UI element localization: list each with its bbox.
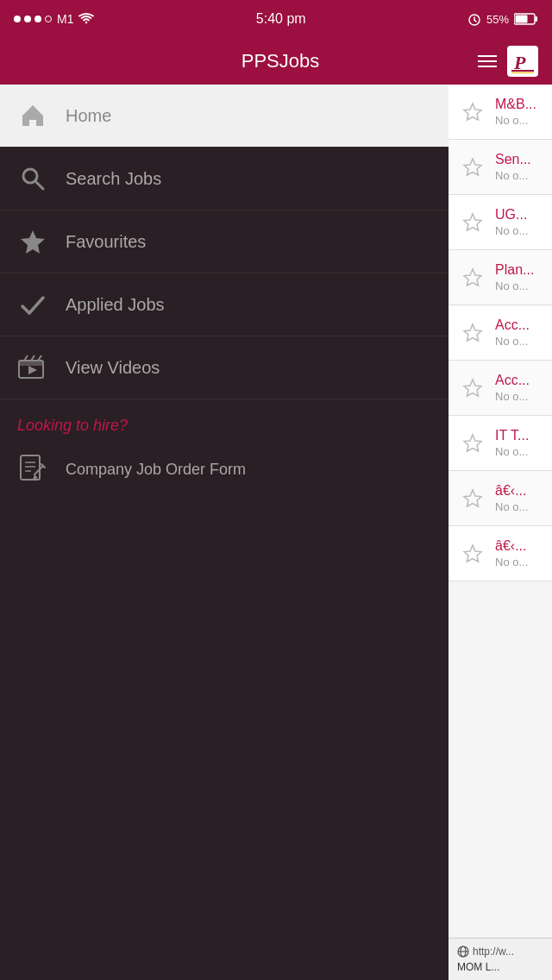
main-content: Home Search Jobs Favourites	[0, 85, 552, 980]
job-title-2: UG...	[495, 207, 542, 223]
alarm-icon	[467, 12, 481, 26]
svg-marker-27	[464, 159, 481, 175]
sidebar: Home Search Jobs Favourites	[0, 85, 448, 980]
svg-rect-5	[515, 16, 527, 23]
sidebar-item-applied-jobs[interactable]: Applied Jobs	[0, 273, 448, 336]
app-title: PPSJobs	[83, 50, 478, 72]
logo-badge[interactable]: P	[507, 46, 538, 77]
svg-marker-32	[464, 435, 481, 451]
dot4	[45, 16, 52, 22]
status-right: 55%	[467, 12, 538, 26]
hamburger-line3	[478, 66, 497, 67]
hire-section: Looking to hire?	[0, 399, 448, 442]
status-bar: M1 5:40 pm 55%	[0, 0, 552, 38]
svg-marker-30	[464, 324, 481, 341]
job-sub-6: No o...	[495, 445, 542, 458]
star-button-7[interactable]	[459, 485, 486, 512]
svg-line-2	[474, 20, 476, 22]
bottom-url: http://w...	[457, 945, 543, 958]
star-button-0[interactable]	[459, 98, 486, 126]
sidebar-item-home[interactable]: Home	[0, 85, 448, 148]
svg-rect-8	[511, 70, 534, 72]
home-label: Home	[66, 106, 111, 126]
battery-icon	[514, 13, 538, 25]
globe-icon	[457, 945, 469, 958]
job-sub-1: No o...	[495, 169, 542, 182]
status-left: M1	[14, 12, 94, 26]
company-job-order-button[interactable]: Company Job Order Form	[0, 442, 448, 497]
svg-marker-15	[28, 366, 37, 374]
job-item-1[interactable]: Sen... No o...	[448, 140, 552, 195]
search-jobs-label: Search Jobs	[66, 169, 161, 189]
job-item-0[interactable]: M&B... No o...	[448, 85, 552, 140]
job-list-panel: M&B... No o... Sen... No o...	[448, 85, 552, 980]
sidebar-item-search-jobs[interactable]: Search Jobs	[0, 148, 448, 210]
job-title-3: Plan...	[495, 262, 542, 278]
job-item-3[interactable]: Plan... No o...	[448, 250, 552, 305]
header-icons: P	[478, 46, 538, 77]
job-item-6[interactable]: IT T... No o...	[448, 416, 552, 471]
hamburger-button[interactable]	[478, 55, 497, 67]
video-icon	[17, 352, 48, 383]
star-button-3[interactable]	[459, 264, 486, 292]
star-button-8[interactable]	[459, 540, 486, 568]
applied-jobs-label: Applied Jobs	[66, 295, 165, 315]
svg-line-11	[35, 181, 43, 189]
star-button-2[interactable]	[459, 209, 486, 236]
job-info-5: Acc... No o...	[495, 373, 542, 403]
job-sub-3: No o...	[495, 280, 542, 292]
job-title-4: Acc...	[495, 317, 542, 333]
job-list: M&B... No o... Sen... No o...	[448, 85, 552, 581]
form-icon	[17, 454, 48, 485]
search-icon	[17, 163, 48, 194]
hire-label: Looking to hire?	[17, 417, 128, 434]
dot1	[14, 16, 21, 22]
svg-rect-9	[511, 72, 534, 74]
job-title-5: Acc...	[495, 373, 542, 388]
job-title-1: Sen...	[495, 152, 542, 167]
favourites-label: Favourites	[66, 232, 146, 252]
sidebar-item-favourites[interactable]: Favourites	[0, 210, 448, 273]
job-item-7[interactable]: â€‹... No o...	[448, 471, 552, 526]
sidebar-item-view-videos[interactable]: View Videos	[0, 336, 448, 399]
hamburger-line2	[478, 60, 497, 62]
job-info-7: â€‹... No o...	[495, 483, 542, 513]
job-info-1: Sen... No o...	[495, 152, 542, 182]
star-button-6[interactable]	[459, 430, 486, 457]
bottom-bar: http://w... MOM L...	[448, 938, 552, 980]
star-button-5[interactable]	[459, 374, 486, 402]
dot3	[34, 16, 41, 22]
job-info-6: IT T... No o...	[495, 428, 542, 458]
hamburger-line1	[478, 55, 497, 57]
job-sub-4: No o...	[495, 335, 542, 348]
job-info-0: M&B... No o...	[495, 97, 542, 127]
job-sub-2: No o...	[495, 224, 542, 237]
signal-dots	[14, 16, 52, 22]
job-info-4: Acc... No o...	[495, 317, 542, 348]
job-title-6: IT T...	[495, 428, 542, 443]
company-job-order-label: Company Job Order Form	[66, 461, 246, 479]
dot2	[24, 16, 31, 22]
star-button-4[interactable]	[459, 319, 486, 347]
job-item-2[interactable]: UG... No o...	[448, 195, 552, 250]
star-button-1[interactable]	[459, 154, 486, 181]
job-item-8[interactable]: â€‹... No o...	[448, 526, 552, 581]
svg-marker-34	[464, 545, 481, 562]
job-sub-7: No o...	[495, 500, 542, 513]
home-icon	[17, 100, 48, 131]
svg-marker-29	[464, 269, 481, 286]
svg-marker-28	[464, 214, 481, 230]
svg-marker-33	[464, 490, 481, 506]
logo-icon: P	[510, 48, 536, 74]
svg-rect-19	[21, 455, 40, 480]
svg-rect-14	[19, 361, 43, 366]
star-icon	[17, 226, 48, 257]
svg-marker-26	[464, 104, 481, 120]
job-item-5[interactable]: Acc... No o...	[448, 361, 552, 416]
job-info-8: â€‹... No o...	[495, 538, 542, 569]
job-title-0: M&B...	[495, 97, 542, 112]
job-item-4[interactable]: Acc... No o...	[448, 305, 552, 361]
status-time: 5:40 pm	[256, 11, 306, 27]
mom-label: MOM L...	[457, 961, 543, 973]
job-sub-5: No o...	[495, 390, 542, 403]
